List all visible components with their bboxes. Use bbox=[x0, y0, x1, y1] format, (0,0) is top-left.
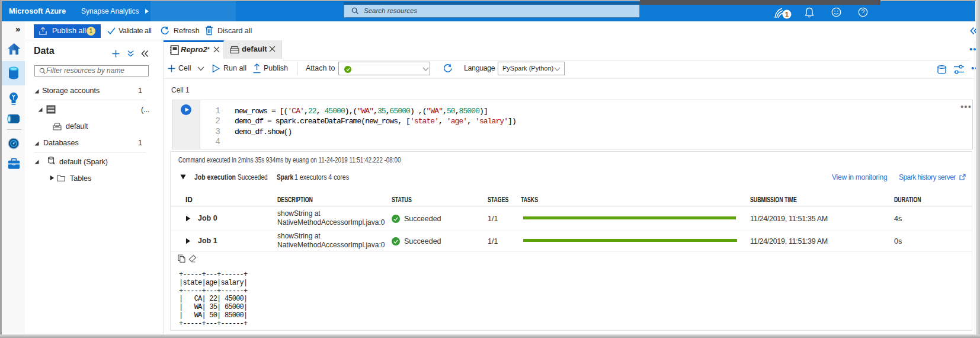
svg-text:1: 1 bbox=[785, 11, 789, 19]
svg-text:?: ? bbox=[861, 8, 865, 15]
